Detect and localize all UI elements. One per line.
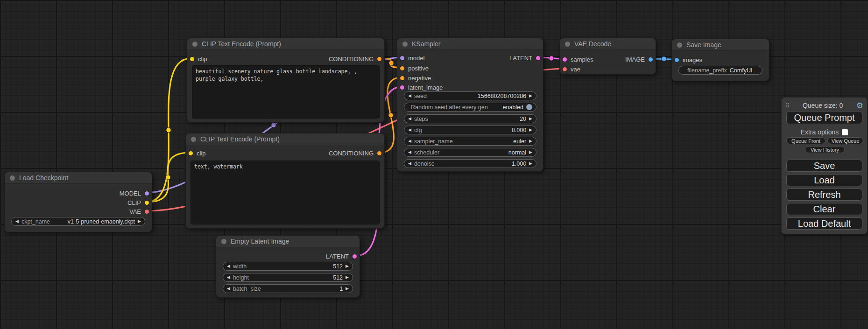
arrow-left-icon[interactable]: ◀ bbox=[408, 128, 411, 132]
port-dot-conditioning[interactable] bbox=[400, 66, 405, 71]
port-dot-clip[interactable] bbox=[144, 200, 149, 205]
view-history-button[interactable]: View History bbox=[805, 146, 845, 153]
node-ksampler[interactable]: KSampler model positive negative latent_… bbox=[397, 38, 543, 172]
node-load-checkpoint[interactable]: Load Checkpoint MODEL CLIP VAE ◀ ckpt_na… bbox=[4, 172, 152, 232]
port-dot-conditioning[interactable] bbox=[377, 151, 382, 156]
widget-steps[interactable]: ◀ steps 20 ▶ bbox=[404, 114, 536, 123]
widget-ckpt-name[interactable]: ◀ ckpt_name v1-5-pruned-emaonly.ckpt ▶ bbox=[11, 217, 145, 226]
arrow-left-icon[interactable]: ◀ bbox=[227, 287, 230, 291]
arrow-left-icon[interactable]: ◀ bbox=[15, 219, 19, 224]
port-dot-vae[interactable] bbox=[562, 67, 567, 72]
widget-sampler-name[interactable]: ◀ sampler_name euler ▶ bbox=[404, 137, 536, 146]
port-dot-vae[interactable] bbox=[144, 209, 149, 214]
collapse-dot-icon[interactable] bbox=[191, 137, 196, 142]
arrow-right-icon[interactable]: ▶ bbox=[346, 264, 349, 268]
port-dot-clip[interactable] bbox=[190, 56, 195, 62]
port-dot-latent[interactable] bbox=[562, 57, 567, 62]
output-port-latent[interactable]: LATENT bbox=[509, 54, 541, 62]
node-clip-text-encode-positive[interactable]: CLIP Text Encode (Prompt) clip CONDITION… bbox=[187, 38, 385, 123]
toggle-enabled-icon[interactable] bbox=[526, 104, 532, 110]
queue-panel[interactable]: ⠿ Queue size: 0 ⚙ Queue Prompt Extra opt… bbox=[781, 97, 868, 234]
prompt-text-input[interactable]: text, watermark bbox=[191, 161, 380, 224]
input-port-samples[interactable]: samples bbox=[562, 56, 593, 63]
widget-scheduler[interactable]: ◀ scheduler normal ▶ bbox=[404, 148, 536, 157]
arrow-right-icon[interactable]: ▶ bbox=[138, 219, 141, 224]
port-dot-image[interactable] bbox=[674, 57, 679, 63]
queue-prompt-button[interactable]: Queue Prompt bbox=[786, 111, 862, 124]
output-port-model[interactable]: MODEL bbox=[120, 189, 149, 197]
arrow-right-icon[interactable]: ▶ bbox=[529, 161, 532, 166]
port-dot-conditioning[interactable] bbox=[400, 76, 405, 81]
collapse-dot-icon[interactable] bbox=[192, 42, 198, 47]
node-save-image[interactable]: Save Image images filename_prefix ComfyU… bbox=[671, 39, 769, 81]
arrow-right-icon[interactable]: ▶ bbox=[529, 117, 532, 121]
node-header[interactable]: KSampler bbox=[397, 38, 543, 50]
port-dot-latent[interactable] bbox=[536, 56, 541, 61]
arrow-right-icon[interactable]: ▶ bbox=[529, 150, 532, 154]
view-queue-button[interactable]: View Queue bbox=[827, 137, 863, 144]
input-port-negative[interactable]: negative bbox=[400, 74, 431, 82]
node-header[interactable]: CLIP Text Encode (Prompt) bbox=[187, 38, 384, 50]
port-dot-image[interactable] bbox=[648, 57, 653, 62]
widget-cfg[interactable]: ◀ cfg 8.000 ▶ bbox=[404, 126, 536, 134]
clear-button[interactable]: Clear bbox=[786, 203, 862, 215]
output-port-vae[interactable]: VAE bbox=[129, 208, 149, 216]
arrow-left-icon[interactable]: ◀ bbox=[227, 275, 230, 280]
input-port-positive[interactable]: positive bbox=[400, 64, 429, 72]
node-header[interactable]: Save Image bbox=[672, 39, 769, 51]
arrow-right-icon[interactable]: ▶ bbox=[529, 139, 532, 143]
arrow-right-icon[interactable]: ▶ bbox=[346, 275, 349, 280]
port-dot-latent[interactable] bbox=[400, 85, 405, 90]
arrow-left-icon[interactable]: ◀ bbox=[408, 117, 411, 121]
widget-random-seed-toggle[interactable]: Random seed after every gen enabled bbox=[404, 103, 536, 112]
arrow-left-icon[interactable]: ◀ bbox=[408, 150, 411, 154]
input-port-vae[interactable]: vae bbox=[562, 65, 580, 73]
port-dot-model[interactable] bbox=[144, 191, 149, 196]
input-port-clip[interactable]: clip bbox=[190, 55, 207, 63]
extra-options-checkbox[interactable] bbox=[842, 129, 848, 135]
arrow-right-icon[interactable]: ▶ bbox=[529, 94, 532, 98]
node-header[interactable]: VAE Decode bbox=[560, 38, 656, 50]
settings-gear-icon[interactable]: ⚙ bbox=[856, 102, 863, 110]
input-port-model[interactable]: model bbox=[400, 54, 424, 62]
output-port-latent[interactable]: LATENT bbox=[326, 252, 357, 260]
widget-seed[interactable]: ◀ seed 156680208700286 ▶ bbox=[404, 91, 536, 100]
load-button[interactable]: Load bbox=[786, 174, 862, 186]
widget-height[interactable]: ◀ height 512 ▶ bbox=[223, 273, 353, 282]
collapse-dot-icon[interactable] bbox=[677, 42, 682, 48]
node-empty-latent-image[interactable]: Empty Latent Image LATENT ◀ width 512 ▶ … bbox=[216, 235, 360, 298]
arrow-left-icon[interactable]: ◀ bbox=[227, 264, 230, 268]
arrow-left-icon[interactable]: ◀ bbox=[408, 161, 411, 166]
collapse-dot-icon[interactable] bbox=[565, 42, 570, 47]
arrow-right-icon[interactable]: ▶ bbox=[529, 128, 532, 132]
input-port-clip[interactable]: clip bbox=[188, 149, 206, 157]
save-button[interactable]: Save bbox=[786, 160, 862, 172]
arrow-right-icon[interactable]: ▶ bbox=[346, 287, 349, 291]
output-port-conditioning[interactable]: CONDITIONING bbox=[329, 55, 382, 63]
node-header[interactable]: Load Checkpoint bbox=[5, 172, 152, 184]
widget-filename-prefix[interactable]: filename_prefix ComfyUI bbox=[678, 66, 762, 75]
node-header[interactable]: Empty Latent Image bbox=[216, 236, 360, 247]
widget-batch-size[interactable]: ◀ batch_size 1 ▶ bbox=[223, 284, 353, 293]
load-default-button[interactable]: Load Default bbox=[786, 217, 862, 230]
port-dot-model[interactable] bbox=[400, 56, 405, 61]
node-header[interactable]: CLIP Text Encode (Prompt) bbox=[186, 133, 384, 145]
drag-handle-icon[interactable]: ⠿ bbox=[785, 102, 790, 109]
output-port-clip[interactable]: CLIP bbox=[127, 199, 149, 207]
output-port-conditioning[interactable]: CONDITIONING bbox=[329, 149, 382, 157]
collapse-dot-icon[interactable] bbox=[402, 42, 408, 47]
widget-denoise[interactable]: ◀ denoise 1.000 ▶ bbox=[404, 159, 536, 168]
input-port-images[interactable]: images bbox=[674, 56, 702, 64]
arrow-left-icon[interactable]: ◀ bbox=[408, 139, 411, 143]
port-dot-conditioning[interactable] bbox=[377, 56, 382, 62]
port-dot-clip[interactable] bbox=[188, 151, 193, 156]
prompt-text-input[interactable]: beautiful scenery nature glass bottle la… bbox=[192, 65, 380, 119]
queue-front-button[interactable]: Queue Front bbox=[786, 137, 826, 144]
arrow-left-icon[interactable]: ◀ bbox=[408, 94, 411, 98]
port-dot-latent[interactable] bbox=[352, 254, 357, 259]
collapse-dot-icon[interactable] bbox=[221, 239, 226, 244]
node-clip-text-encode-negative[interactable]: CLIP Text Encode (Prompt) clip CONDITION… bbox=[185, 133, 385, 229]
refresh-button[interactable]: Refresh bbox=[786, 189, 862, 201]
collapse-dot-icon[interactable] bbox=[10, 175, 15, 181]
output-port-image[interactable]: IMAGE bbox=[625, 56, 653, 63]
